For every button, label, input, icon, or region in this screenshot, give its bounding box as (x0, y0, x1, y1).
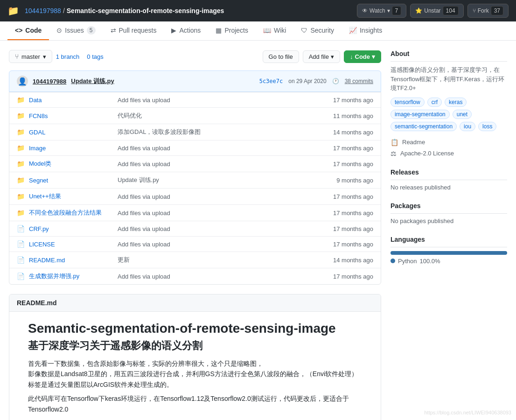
file-commit-message: Add files via upload (118, 241, 328, 248)
file-name: Model类 (29, 160, 113, 168)
file-name: Segnet (29, 176, 113, 184)
file-commit-message: 更新 (118, 256, 328, 264)
license-link-label: Apache-2.0 License (400, 150, 454, 157)
folder-icon: 📁 (17, 128, 24, 136)
file-commit-message: 代码优化 (118, 112, 328, 120)
folder-icon: 📁 (17, 144, 24, 152)
file-age: 17 months ago (333, 193, 373, 200)
tab-issues[interactable]: ⊙ Issues 5 (49, 21, 103, 40)
topic-tag[interactable]: unet (453, 110, 472, 119)
star-count: 104 (443, 6, 459, 15)
tab-actions-label: Actions (179, 27, 201, 34)
file-age: 17 months ago (333, 241, 373, 248)
license-link[interactable]: ⚖ Apache-2.0 License (390, 150, 507, 157)
pr-icon: ⇄ (111, 27, 116, 34)
goto-file-button[interactable]: Go to file (263, 50, 299, 63)
commit-author[interactable]: 1044197988 (33, 78, 66, 85)
file-table: 📁DataAdd files via upload17 months ago📁F… (9, 92, 381, 285)
add-file-button[interactable]: Add file ▾ (303, 50, 340, 63)
file-name: CRF.py (29, 225, 113, 232)
tab-projects[interactable]: ▦ Projects (208, 21, 256, 40)
topic-tag[interactable]: image-segmentation (390, 110, 450, 119)
python-dot (390, 259, 395, 263)
commit-date: on 29 Apr 2020 (288, 78, 326, 84)
table-row: 📄LICENSEAdd files via upload17 months ag… (9, 237, 381, 252)
fork-icon: ⑂ (473, 7, 476, 14)
file-age: 14 months ago (333, 257, 373, 264)
table-row: 📁Unet++结果Add files via upload17 months a… (9, 189, 381, 205)
folder-icon: 📁 (17, 160, 24, 168)
star-icon: ⭐ (415, 7, 422, 14)
tab-pr-label: Pull requests (119, 27, 157, 34)
table-row: 📁Model类Add files via upload17 months ago (9, 156, 381, 172)
star-button[interactable]: ⭐ Unstar 104 (410, 4, 463, 18)
table-row: 📁DataAdd files via upload17 months ago (9, 92, 381, 108)
commit-meta: 5c3ee7c on 29 Apr 2020 🕐 38 commits (259, 78, 373, 84)
file-age: 14 months ago (333, 129, 373, 136)
readme-para1: 首先看一下数据集，包含原始影像与标签，实际的分辨率很大，这个只是缩略图， 影像数… (28, 358, 362, 390)
tab-code[interactable]: <> Code (7, 21, 49, 40)
file-name: Unet++结果 (29, 192, 113, 201)
readme-section: README.md Semantic-segmentation-of-remot… (9, 294, 381, 420)
readme-header: README.md (9, 294, 381, 312)
commits-history-link[interactable]: 38 commits (345, 78, 373, 84)
topic-tag[interactable]: iou (460, 122, 475, 131)
topic-tag[interactable]: tensorflow (390, 98, 425, 107)
breadcrumb-repo: Semantic-segmentation-of-remote-sensing-… (67, 7, 224, 14)
issues-badge: 5 (87, 26, 96, 35)
tags-link[interactable]: 0 tags (87, 53, 103, 60)
code-icon: <> (15, 27, 22, 34)
topic-tag[interactable]: semantic-segmentation (390, 122, 457, 131)
table-row: 📁ImageAdd files via upload17 months ago (9, 140, 381, 156)
readme-body: Semantic-segmentation-of-remote-sensing-… (9, 312, 381, 420)
branch-selector[interactable]: ⑂ master ▾ (9, 50, 52, 63)
folder-icon: 📁 (17, 112, 24, 119)
book-icon: 📋 (390, 139, 398, 146)
code-dropdown-button[interactable]: ↓ Code ▾ (344, 50, 381, 63)
tab-actions[interactable]: ▶ Actions (164, 21, 208, 40)
tab-security[interactable]: 🛡 Security (293, 21, 342, 40)
breadcrumb-user[interactable]: 1044197988 (25, 7, 61, 14)
table-row: 📁SegnetUpdate 训练.py9 months ago (9, 172, 381, 189)
file-commit-message: Add files via upload (118, 161, 328, 168)
commit-sha[interactable]: 5c3ee7c (259, 78, 283, 84)
tab-wiki-label: Wiki (274, 27, 286, 34)
commit-message[interactable]: Update 训练.py (71, 77, 114, 85)
avatar: 👤 (17, 76, 28, 87)
file-age: 17 months ago (333, 145, 373, 152)
tab-code-label: Code (25, 27, 42, 34)
topic-tag[interactable]: loss (478, 122, 496, 131)
file-age: 17 months ago (333, 273, 373, 280)
tab-pullrequests[interactable]: ⇄ Pull requests (103, 21, 164, 40)
file-name: README.md (29, 256, 113, 264)
folder-icon: 📁 (17, 209, 24, 217)
branches-link[interactable]: 1 branch (56, 53, 80, 60)
file-commit-message: Add files via upload (118, 210, 328, 217)
tab-insights[interactable]: 📈 Insights (342, 21, 390, 40)
file-name: 不同全色波段融合方法结果 (29, 209, 113, 217)
table-row: 📄生成数据并增强.pyAdd files via upload17 months… (9, 268, 381, 284)
file-name: 生成数据并增强.py (29, 272, 113, 280)
file-commit-message: Add files via upload (118, 273, 328, 280)
branch-name: master (21, 53, 40, 60)
topic-tag[interactable]: keras (445, 98, 467, 107)
releases-title: Releases (390, 168, 507, 180)
readme-link[interactable]: 📋 Readme (390, 139, 507, 146)
tab-wiki[interactable]: 📖 Wiki (256, 21, 293, 40)
file-commit-message: Update 训练.py (118, 176, 332, 184)
packages-empty: No packages published (390, 217, 507, 224)
about-section: About 遥感图像的语义分割，基于深度学习，在Tensorflow框架下，利用… (390, 50, 507, 157)
about-description: 遥感图像的语义分割，基于深度学习，在Tensorflow框架下，利用TF.Ker… (390, 65, 507, 93)
watch-button[interactable]: 👁 Watch ▾ 7 (357, 4, 406, 18)
file-icon: 📄 (17, 240, 24, 248)
file-name: GDAL (29, 128, 113, 136)
file-commit-message: Add files via upload (118, 145, 328, 152)
commit-bar: 👤 1044197988 Update 训练.py 5c3ee7c on 29 … (9, 70, 381, 92)
table-row: 📁GDAL添加GDAL，读取多波段影像图14 months ago (9, 124, 381, 140)
fork-button[interactable]: ⑂ Fork 37 (467, 4, 509, 18)
topic-tag[interactable]: crf (427, 98, 442, 107)
file-name: FCN8s (29, 112, 113, 119)
page-header: 📁 1044197988 / Semantic-segmentation-of-… (0, 0, 516, 21)
file-age: 17 months ago (333, 225, 373, 232)
branch-chevron-icon: ▾ (43, 53, 46, 60)
